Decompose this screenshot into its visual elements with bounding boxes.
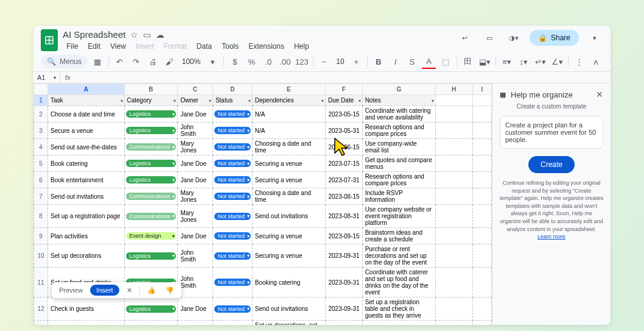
thumbs-up-icon[interactable]: 👍 — [145, 285, 158, 296]
category-chip[interactable]: Communications▾ — [126, 193, 177, 200]
percent-icon[interactable]: % — [245, 54, 259, 69]
cell-notes[interactable]: Include RSVP information — [362, 188, 435, 205]
cell-task[interactable]: Secure a venue — [48, 123, 125, 139]
history-icon[interactable]: ↩ — [457, 29, 474, 46]
italic-icon[interactable]: I — [388, 54, 403, 69]
filter-icon[interactable]: ▾ — [173, 98, 176, 103]
cell-task[interactable]: Set up a registration page — [48, 205, 125, 228]
cell-notes[interactable]: Set up a registration table and check in… — [362, 297, 435, 321]
cell-task[interactable]: Send out save-the-dates — [48, 139, 125, 155]
filter-icon[interactable]: ▾ — [121, 98, 123, 103]
col-header-F[interactable]: F — [325, 84, 362, 95]
cell-dependencies[interactable]: Securing a venue — [252, 172, 325, 188]
prompt-input[interactable]: Create a project plan for a customer sum… — [500, 116, 603, 149]
cell-dependencies[interactable]: Set up decorations, set up food and drin… — [252, 321, 325, 326]
insert-button[interactable]: Insert — [90, 285, 119, 296]
status-chip[interactable]: Not started▾ — [214, 279, 251, 286]
learn-more-link[interactable]: Learn more — [537, 233, 565, 240]
menu-dropdown-icon[interactable]: ▾ — [586, 29, 603, 46]
cell-task[interactable]: Check in guests — [48, 297, 125, 321]
cell-notes[interactable]: Coordinate with catering and venue avail… — [362, 106, 435, 123]
header-status[interactable]: Status▾ — [212, 95, 252, 106]
cell-notes[interactable]: Brainstorm ideas and create a schedule — [362, 228, 435, 244]
cell-owner[interactable]: Mary Jones — [178, 205, 213, 228]
menu-view[interactable]: View — [107, 41, 130, 52]
cell-owner[interactable]: John Smith — [178, 123, 213, 139]
cell-due-date[interactable]: 2023-09-31 — [325, 297, 362, 321]
cell-dependencies[interactable]: Securing a venue — [252, 244, 325, 268]
cell-task[interactable]: Send out invitations — [48, 188, 125, 205]
cell-dependencies[interactable]: Choosing a date and time — [252, 139, 325, 155]
share-button[interactable]: 🔒 Share — [530, 30, 579, 46]
filter-icon[interactable]: ▾ — [248, 98, 251, 103]
cell-owner[interactable]: Jane Doe — [178, 321, 213, 326]
category-chip[interactable]: Communications▾ — [126, 143, 177, 151]
text-color-icon[interactable]: A — [422, 54, 436, 69]
col-header-I[interactable]: I — [472, 84, 491, 95]
cell-dependencies[interactable]: Securing a venue — [252, 228, 325, 244]
col-header-B[interactable]: B — [124, 84, 178, 95]
category-chip[interactable]: Logistics▾ — [126, 127, 177, 134]
cell-dependencies[interactable]: N/A — [252, 123, 325, 139]
cell-owner[interactable]: John Smith — [178, 244, 213, 268]
bold-icon[interactable]: B — [371, 54, 386, 69]
cell-task[interactable]: Choose a date and time — [48, 106, 125, 123]
cell-owner[interactable]: Jane Doe — [178, 106, 213, 123]
valign-icon[interactable]: ↕▾ — [516, 54, 531, 69]
status-chip[interactable]: Not started▾ — [214, 193, 251, 200]
filter-icon[interactable]: ▾ — [321, 98, 324, 103]
currency-icon[interactable]: $ — [228, 54, 242, 69]
menu-file[interactable]: File — [63, 41, 82, 52]
filter-icon[interactable]: ▾ — [359, 98, 361, 103]
cell-dependencies[interactable]: Send out invitations — [252, 205, 325, 228]
status-chip[interactable]: Not started▾ — [214, 213, 251, 220]
sheets-logo[interactable] — [41, 29, 58, 51]
cell-task[interactable]: Book entertainment — [48, 172, 125, 188]
filter-icon[interactable]: ▾ — [209, 98, 211, 103]
comment-icon[interactable]: ▭ — [481, 29, 498, 46]
more-icon[interactable]: ⋮ — [572, 54, 587, 69]
close-icon[interactable]: ✕ — [596, 90, 603, 99]
header-task[interactable]: Task▾ — [48, 95, 125, 106]
cell-due-date[interactable]: 2023-08-31 — [325, 205, 362, 228]
menu-insert[interactable]: Insert — [132, 41, 158, 52]
decimal-increase-icon[interactable]: .00 — [278, 54, 293, 69]
create-button[interactable]: Create — [528, 156, 575, 173]
col-header-G[interactable]: G — [362, 84, 435, 95]
cell-owner[interactable]: Jane Doe — [178, 228, 213, 244]
cell-due-date[interactable]: 2023-09-31 — [325, 244, 362, 268]
menu-search[interactable]: 🔍Menus — [41, 55, 88, 68]
font-plus-icon[interactable]: + — [349, 54, 364, 69]
cell-due-date[interactable]: 2023-05-15 — [325, 106, 362, 123]
category-chip[interactable]: Event design▾ — [126, 232, 177, 240]
header-owner[interactable]: Owner▾ — [178, 95, 213, 106]
category-chip[interactable]: Communications▾ — [126, 213, 177, 220]
cell-notes[interactable]: Research options and compare prices — [362, 123, 435, 139]
cell-task[interactable]: Plan activities — [48, 228, 125, 244]
category-chip[interactable]: Logistics▾ — [126, 305, 177, 313]
dismiss-icon[interactable]: ✕ — [124, 285, 135, 296]
print-icon[interactable]: 🖨 — [146, 54, 161, 69]
menu-help[interactable]: Help — [290, 41, 313, 52]
col-header-C[interactable]: C — [178, 84, 213, 95]
status-chip[interactable]: Not started▾ — [214, 252, 251, 260]
meet-icon[interactable]: ◑▾ — [505, 29, 522, 46]
menu-data[interactable]: Data — [193, 41, 215, 52]
cell-notes[interactable]: Research options and compare prices — [362, 172, 435, 188]
cell-owner[interactable]: Jane Doe — [178, 155, 213, 172]
status-chip[interactable]: Not started▾ — [214, 143, 251, 151]
star-icon[interactable]: ☆ — [130, 30, 138, 40]
format-icon[interactable]: 123 — [295, 54, 309, 69]
cell-notes[interactable]: Oversee the event and ensure it runs smo… — [362, 321, 435, 326]
status-chip[interactable]: Not started▾ — [214, 160, 251, 167]
merge-icon[interactable]: ⬓▾ — [477, 54, 492, 69]
menu-format[interactable]: Format — [160, 41, 191, 52]
wrap-icon[interactable]: ↵▾ — [533, 54, 548, 69]
cell-dependencies[interactable]: N/A — [252, 106, 325, 123]
borders-icon[interactable]: 田 — [461, 54, 475, 69]
col-header-D[interactable]: D — [212, 84, 252, 95]
cell-owner[interactable]: Mary Jones — [178, 188, 213, 205]
cell-owner[interactable]: Jane Doe — [178, 172, 213, 188]
cell-owner[interactable]: Mary Jones — [178, 139, 213, 155]
cell-due-date[interactable]: 2023-07-31 — [325, 172, 362, 188]
